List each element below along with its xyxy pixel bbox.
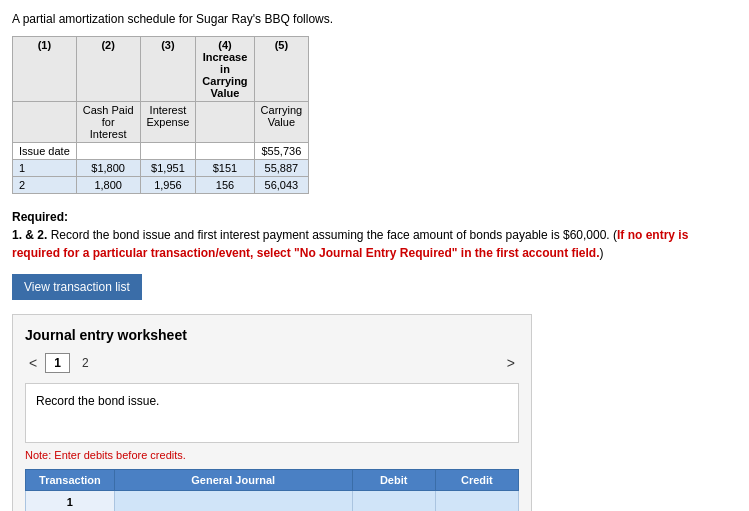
credit-header: Credit bbox=[435, 470, 518, 491]
intro-text: A partial amortization schedule for Suga… bbox=[12, 12, 737, 26]
credit-field-1[interactable] bbox=[442, 496, 512, 508]
period-1: 1 bbox=[13, 160, 77, 177]
record-instruction-box: Record the bond issue. bbox=[25, 383, 519, 443]
increase-2: 156 bbox=[196, 177, 254, 194]
col-3-header: (3) bbox=[140, 37, 196, 102]
record-instruction-text: Record the bond issue. bbox=[36, 394, 159, 408]
journal-entry-worksheet: Journal entry worksheet < 1 2 > Record t… bbox=[12, 314, 532, 511]
period-2: 2 bbox=[13, 177, 77, 194]
prev-tab-button[interactable]: < bbox=[25, 353, 41, 373]
period-issue: Issue date bbox=[13, 143, 77, 160]
cash-2: 1,800 bbox=[76, 177, 140, 194]
carrying-1: 55,887 bbox=[254, 160, 309, 177]
cash-issue bbox=[76, 143, 140, 160]
trans-num-1: 1 bbox=[26, 491, 115, 512]
tab-2[interactable]: 2 bbox=[74, 354, 97, 372]
tab-1[interactable]: 1 bbox=[45, 353, 70, 373]
debit-input-1[interactable] bbox=[352, 491, 435, 512]
journal-entry-table: Transaction General Journal Debit Credit… bbox=[25, 469, 519, 511]
col-1-sub bbox=[13, 102, 77, 143]
col-5-header: (5) bbox=[254, 37, 309, 102]
increase-issue bbox=[196, 143, 254, 160]
carrying-2: 56,043 bbox=[254, 177, 309, 194]
interest-issue bbox=[140, 143, 196, 160]
col-2-sub: Cash PaidforInterest bbox=[76, 102, 140, 143]
interest-2: 1,956 bbox=[140, 177, 196, 194]
next-tab-button[interactable]: > bbox=[503, 353, 519, 373]
carrying-issue: $55,736 bbox=[254, 143, 309, 160]
col-3-sub: InterestExpense bbox=[140, 102, 196, 143]
col-5-sub: CarryingValue bbox=[254, 102, 309, 143]
general-journal-header: General Journal bbox=[114, 470, 352, 491]
transaction-header: Transaction bbox=[26, 470, 115, 491]
col-1-header: (1) bbox=[13, 37, 77, 102]
worksheet-title: Journal entry worksheet bbox=[25, 327, 519, 343]
tab-navigation: < 1 2 > bbox=[25, 353, 519, 373]
req-number: 1. & 2. Record the bond issue and first … bbox=[12, 228, 688, 260]
gj-input-1[interactable] bbox=[114, 491, 352, 512]
increase-1: $151 bbox=[196, 160, 254, 177]
required-section: Required: 1. & 2. Record the bond issue … bbox=[12, 208, 737, 262]
view-transaction-list-button[interactable]: View transaction list bbox=[12, 274, 142, 300]
interest-1: $1,951 bbox=[140, 160, 196, 177]
col-2-header: (2) bbox=[76, 37, 140, 102]
debit-field-1[interactable] bbox=[359, 496, 429, 508]
credit-input-1[interactable] bbox=[435, 491, 518, 512]
col-4-header: (4)IncreaseinCarryingValue bbox=[196, 37, 254, 102]
col-4-sub bbox=[196, 102, 254, 143]
gj-field-1[interactable] bbox=[121, 496, 346, 508]
amortization-table: (1) (2) (3) (4)IncreaseinCarryingValue (… bbox=[12, 36, 309, 194]
debit-header: Debit bbox=[352, 470, 435, 491]
note-text: Note: Enter debits before credits. bbox=[25, 449, 519, 461]
required-label: Required: bbox=[12, 210, 68, 224]
cash-1: $1,800 bbox=[76, 160, 140, 177]
table-row: 1 bbox=[26, 491, 519, 512]
